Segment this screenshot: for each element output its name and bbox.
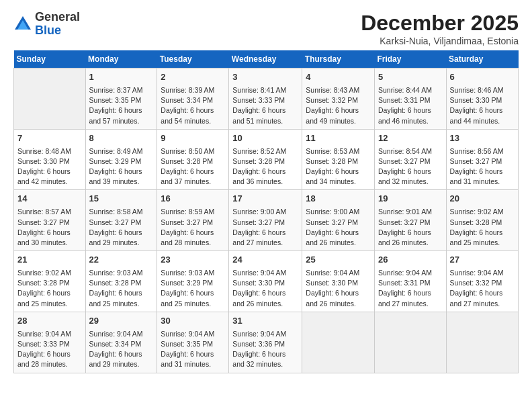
calendar-day-cell: 1Sunrise: 8:37 AM Sunset: 3:35 PM Daylig…	[85, 68, 157, 130]
day-info: Sunrise: 8:59 AM Sunset: 3:27 PM Dayligh…	[161, 207, 225, 248]
day-number: 12	[378, 132, 443, 145]
day-number: 7	[17, 132, 82, 145]
location-title: Karksi-Nuia, Viljandimaa, Estonia	[361, 36, 519, 46]
calendar-day-cell: 17Sunrise: 9:00 AM Sunset: 3:27 PM Dayli…	[229, 190, 302, 251]
day-number: 19	[378, 193, 443, 205]
day-info: Sunrise: 8:58 AM Sunset: 3:27 PM Dayligh…	[89, 207, 154, 248]
calendar-day-cell: 25Sunrise: 9:04 AM Sunset: 3:30 PM Dayli…	[302, 251, 375, 312]
day-info: Sunrise: 9:02 AM Sunset: 3:28 PM Dayligh…	[450, 207, 515, 248]
calendar-day-cell: 2Sunrise: 8:39 AM Sunset: 3:34 PM Daylig…	[157, 68, 229, 130]
day-number: 5	[378, 71, 443, 84]
calendar-day-cell	[302, 312, 375, 373]
logo-icon	[13, 15, 32, 34]
calendar-week-row: 7Sunrise: 8:48 AM Sunset: 3:30 PM Daylig…	[14, 129, 519, 190]
day-of-week-header: Saturday	[446, 50, 518, 68]
calendar-day-cell: 20Sunrise: 9:02 AM Sunset: 3:28 PM Dayli…	[446, 190, 518, 251]
day-of-week-header: Wednesday	[229, 50, 302, 68]
day-info: Sunrise: 9:04 AM Sunset: 3:32 PM Dayligh…	[450, 268, 515, 309]
day-number: 20	[450, 193, 515, 205]
day-info: Sunrise: 9:04 AM Sunset: 3:30 PM Dayligh…	[306, 268, 371, 309]
day-number: 4	[306, 71, 371, 84]
day-number: 2	[161, 71, 225, 84]
calendar-day-cell: 28Sunrise: 9:04 AM Sunset: 3:33 PM Dayli…	[14, 312, 86, 373]
day-info: Sunrise: 9:04 AM Sunset: 3:34 PM Dayligh…	[89, 329, 154, 370]
day-info: Sunrise: 8:54 AM Sunset: 3:27 PM Dayligh…	[378, 146, 443, 187]
day-number: 23	[161, 254, 225, 267]
calendar-day-cell: 29Sunrise: 9:04 AM Sunset: 3:34 PM Dayli…	[85, 312, 157, 373]
day-info: Sunrise: 8:48 AM Sunset: 3:30 PM Dayligh…	[17, 146, 82, 187]
day-info: Sunrise: 8:57 AM Sunset: 3:27 PM Dayligh…	[17, 207, 82, 248]
day-info: Sunrise: 8:44 AM Sunset: 3:31 PM Dayligh…	[378, 85, 443, 126]
header: General Blue December 2025 Karksi-Nuia, …	[13, 11, 519, 46]
day-info: Sunrise: 8:49 AM Sunset: 3:29 PM Dayligh…	[89, 146, 154, 187]
day-number: 1	[89, 71, 154, 84]
calendar-day-cell: 6Sunrise: 8:46 AM Sunset: 3:30 PM Daylig…	[446, 68, 518, 130]
day-info: Sunrise: 8:39 AM Sunset: 3:34 PM Dayligh…	[161, 85, 225, 126]
day-number: 25	[306, 254, 371, 267]
day-info: Sunrise: 8:50 AM Sunset: 3:28 PM Dayligh…	[161, 146, 225, 187]
day-of-week-header: Friday	[374, 50, 446, 68]
calendar-day-cell: 8Sunrise: 8:49 AM Sunset: 3:29 PM Daylig…	[85, 129, 157, 190]
calendar-day-cell: 15Sunrise: 8:58 AM Sunset: 3:27 PM Dayli…	[85, 190, 157, 251]
calendar-day-cell	[14, 68, 86, 130]
day-info: Sunrise: 9:00 AM Sunset: 3:27 PM Dayligh…	[306, 207, 371, 248]
day-info: Sunrise: 9:03 AM Sunset: 3:29 PM Dayligh…	[161, 268, 225, 309]
day-number: 3	[232, 71, 298, 84]
day-number: 21	[17, 254, 82, 267]
day-of-week-header: Tuesday	[157, 50, 229, 68]
month-title: December 2025	[361, 11, 519, 36]
day-info: Sunrise: 9:04 AM Sunset: 3:33 PM Dayligh…	[17, 329, 82, 370]
day-number: 28	[17, 315, 82, 328]
day-of-week-header: Monday	[85, 50, 157, 68]
calendar-day-cell: 12Sunrise: 8:54 AM Sunset: 3:27 PM Dayli…	[374, 129, 446, 190]
title-area: December 2025 Karksi-Nuia, Viljandimaa, …	[361, 11, 519, 46]
day-number: 24	[232, 254, 298, 267]
calendar-day-cell: 11Sunrise: 8:53 AM Sunset: 3:28 PM Dayli…	[302, 129, 375, 190]
calendar-day-cell: 23Sunrise: 9:03 AM Sunset: 3:29 PM Dayli…	[157, 251, 229, 312]
day-number: 27	[450, 254, 515, 267]
calendar-day-cell: 10Sunrise: 8:52 AM Sunset: 3:28 PM Dayli…	[229, 129, 302, 190]
day-number: 6	[450, 71, 515, 84]
day-info: Sunrise: 9:00 AM Sunset: 3:27 PM Dayligh…	[232, 207, 298, 248]
calendar-day-cell: 4Sunrise: 8:43 AM Sunset: 3:32 PM Daylig…	[302, 68, 375, 130]
calendar-day-cell: 7Sunrise: 8:48 AM Sunset: 3:30 PM Daylig…	[14, 129, 86, 190]
day-info: Sunrise: 8:56 AM Sunset: 3:27 PM Dayligh…	[450, 146, 515, 187]
calendar-day-cell: 5Sunrise: 8:44 AM Sunset: 3:31 PM Daylig…	[374, 68, 446, 130]
day-number: 11	[306, 132, 371, 145]
calendar-day-cell: 31Sunrise: 9:04 AM Sunset: 3:36 PM Dayli…	[229, 312, 302, 373]
calendar-day-cell: 16Sunrise: 8:59 AM Sunset: 3:27 PM Dayli…	[157, 190, 229, 251]
day-of-week-header: Thursday	[302, 50, 375, 68]
calendar-week-row: 21Sunrise: 9:02 AM Sunset: 3:28 PM Dayli…	[14, 251, 519, 312]
calendar-day-cell: 9Sunrise: 8:50 AM Sunset: 3:28 PM Daylig…	[157, 129, 229, 190]
day-info: Sunrise: 8:46 AM Sunset: 3:30 PM Dayligh…	[450, 85, 515, 126]
day-info: Sunrise: 8:41 AM Sunset: 3:33 PM Dayligh…	[232, 85, 298, 126]
day-number: 17	[232, 193, 298, 205]
calendar-day-cell: 19Sunrise: 9:01 AM Sunset: 3:27 PM Dayli…	[374, 190, 446, 251]
day-info: Sunrise: 9:04 AM Sunset: 3:36 PM Dayligh…	[232, 329, 298, 370]
logo-text-general: General	[35, 10, 80, 24]
day-number: 16	[161, 193, 225, 205]
calendar-day-cell: 14Sunrise: 8:57 AM Sunset: 3:27 PM Dayli…	[14, 190, 86, 251]
calendar-week-row: 1Sunrise: 8:37 AM Sunset: 3:35 PM Daylig…	[14, 68, 519, 130]
day-info: Sunrise: 9:03 AM Sunset: 3:28 PM Dayligh…	[89, 268, 154, 309]
day-of-week-header: Sunday	[14, 50, 86, 68]
calendar-body: 1Sunrise: 8:37 AM Sunset: 3:35 PM Daylig…	[14, 68, 519, 373]
calendar-day-cell: 24Sunrise: 9:04 AM Sunset: 3:30 PM Dayli…	[229, 251, 302, 312]
day-number: 26	[378, 254, 443, 267]
calendar-day-cell: 18Sunrise: 9:00 AM Sunset: 3:27 PM Dayli…	[302, 190, 375, 251]
day-number: 29	[89, 315, 154, 328]
day-number: 30	[161, 315, 225, 328]
day-number: 22	[89, 254, 154, 267]
day-number: 14	[17, 193, 82, 205]
day-info: Sunrise: 9:01 AM Sunset: 3:27 PM Dayligh…	[378, 207, 443, 248]
logo-text-blue: Blue	[35, 24, 61, 37]
calendar-day-cell: 3Sunrise: 8:41 AM Sunset: 3:33 PM Daylig…	[229, 68, 302, 130]
calendar-day-cell: 26Sunrise: 9:04 AM Sunset: 3:31 PM Dayli…	[374, 251, 446, 312]
day-info: Sunrise: 8:37 AM Sunset: 3:35 PM Dayligh…	[89, 85, 154, 126]
calendar-day-cell: 30Sunrise: 9:04 AM Sunset: 3:35 PM Dayli…	[157, 312, 229, 373]
calendar-day-cell	[374, 312, 446, 373]
day-info: Sunrise: 9:04 AM Sunset: 3:35 PM Dayligh…	[161, 329, 225, 370]
calendar-header-row: SundayMondayTuesdayWednesdayThursdayFrid…	[14, 50, 519, 68]
day-number: 8	[89, 132, 154, 145]
day-info: Sunrise: 9:02 AM Sunset: 3:28 PM Dayligh…	[17, 268, 82, 309]
